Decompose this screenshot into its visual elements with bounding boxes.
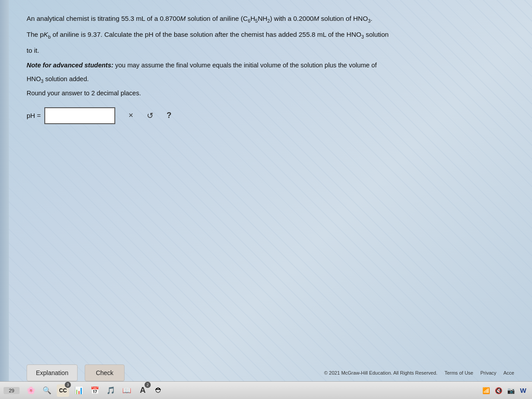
taskbar-w-app-icon[interactable]: W xyxy=(518,384,528,397)
taskbar-app-badge-icon[interactable]: CC 3 xyxy=(57,384,69,397)
taskbar-volume-icon[interactable]: 🔇 xyxy=(493,384,504,397)
taskbar-date: 29 xyxy=(4,387,20,394)
round-instruction: Round your answer to 2 decimal places. xyxy=(27,90,514,97)
taskbar-calendar-icon[interactable]: 📅 xyxy=(89,384,101,397)
help-button[interactable]: ? xyxy=(164,109,174,122)
taskbar: 29 🌸 🔍 CC 3 📊 📅 🎵 📖 A 2 ⛑ 📶 🔇 xyxy=(0,381,532,399)
ph-label: pH = xyxy=(27,112,41,119)
problem-line2: The pKb of aniline is 9.37. Calculate th… xyxy=(27,29,514,41)
copyright-text: © 2021 McGraw-Hill Education. All Rights… xyxy=(324,370,438,376)
taskbar-music-icon[interactable]: 🎵 xyxy=(105,384,117,397)
problem-line1: An analytical chemist is titrating 55.3 … xyxy=(27,13,514,25)
input-row: pH = × ↺ ? xyxy=(27,107,514,124)
taskbar-search-icon[interactable]: 🔍 xyxy=(41,384,53,397)
taskbar-right: 📶 🔇 📷 W xyxy=(481,384,528,397)
ph-label-input-group: pH = xyxy=(27,107,115,124)
terms-of-use-link[interactable]: Terms of Use xyxy=(445,370,473,376)
ph-input[interactable] xyxy=(44,107,115,124)
taskbar-badge-3: 3 xyxy=(65,382,71,388)
accessibility-link[interactable]: Acce xyxy=(504,370,514,376)
taskbar-camera-icon[interactable]: 📷 xyxy=(505,384,516,397)
privacy-link[interactable]: Privacy xyxy=(480,370,496,376)
taskbar-system-icons: 📶 🔇 📷 W xyxy=(481,384,528,397)
taskbar-app-icons: 🌸 🔍 CC 3 📊 📅 🎵 📖 A 2 ⛑ xyxy=(25,384,165,397)
problem-note: Note for advanced students: you may assu… xyxy=(27,60,514,70)
problem-note-line2: HNO3 solution added. xyxy=(27,74,514,85)
taskbar-flower-icon[interactable]: 🌸 xyxy=(25,384,37,397)
main-content: An analytical chemist is titrating 55.3 … xyxy=(9,0,532,364)
undo-button[interactable]: ↺ xyxy=(144,109,156,122)
sidebar-left xyxy=(0,0,9,381)
problem-line3: to it. xyxy=(27,45,514,56)
action-buttons-group: × ↺ ? xyxy=(126,109,174,122)
taskbar-helmet-icon[interactable]: ⛑ xyxy=(153,384,165,397)
taskbar-badge-2: 2 xyxy=(145,382,151,388)
explanation-button[interactable]: Explanation xyxy=(27,364,78,381)
taskbar-a-icon-wrap[interactable]: A 2 xyxy=(137,384,149,397)
taskbar-book-icon[interactable]: 📖 xyxy=(121,384,133,397)
taskbar-network-icon[interactable]: 📶 xyxy=(481,384,491,397)
check-button[interactable]: Check xyxy=(85,364,125,381)
clear-button[interactable]: × xyxy=(126,109,136,122)
taskbar-bars-icon[interactable]: 📊 xyxy=(73,384,85,397)
bottom-bar: Explanation Check © 2021 McGraw-Hill Edu… xyxy=(9,364,532,381)
